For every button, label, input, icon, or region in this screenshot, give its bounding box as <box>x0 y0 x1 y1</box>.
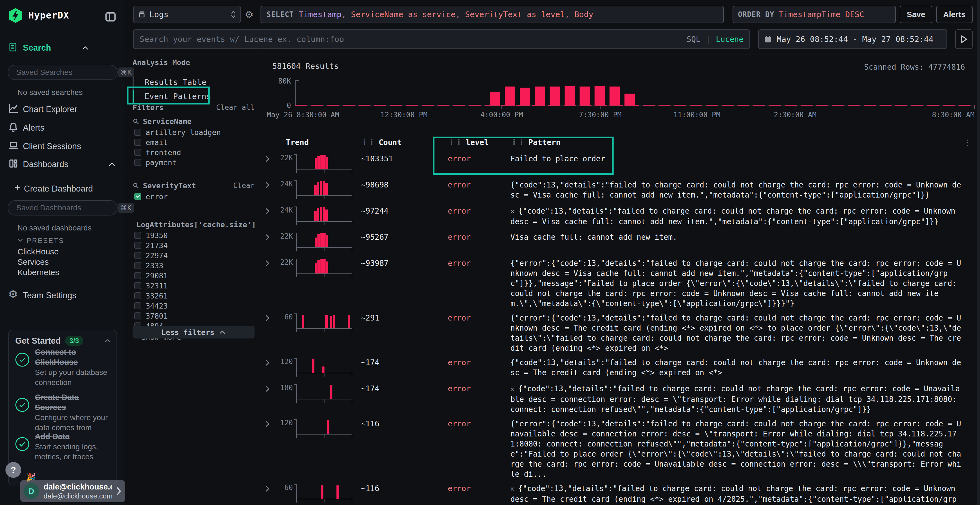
saved-dashboards-searchbar[interactable]: ⌘K <box>8 200 118 216</box>
source-select[interactable]: Logs <box>133 6 241 23</box>
filter-checkbox-row[interactable]: artillery-loadgen <box>132 128 255 137</box>
dismiss-x-icon[interactable]: × <box>511 485 514 493</box>
filter-clear-link[interactable]: Clear <box>233 181 255 190</box>
checkbox[interactable] <box>134 139 141 146</box>
checkbox[interactable] <box>134 242 141 249</box>
sidebar-item-alerts[interactable]: Alerts <box>23 123 45 133</box>
select-query-input[interactable]: SELECT Timestamp, ServiceName as service… <box>261 6 724 23</box>
dismiss-x-icon[interactable]: × <box>511 385 514 393</box>
histogram-bar[interactable] <box>535 87 545 106</box>
save-button[interactable]: Save <box>900 6 932 23</box>
checkbox[interactable] <box>134 159 141 166</box>
histogram-bar[interactable] <box>579 87 590 106</box>
pattern-row[interactable]: 24K~98698error{"code":13,"details":"fail… <box>262 180 980 202</box>
column-header-trend[interactable]: Trend <box>275 138 356 147</box>
clear-all-link[interactable]: Clear all <box>216 103 255 112</box>
drag-handle-icon[interactable]: ⋮⋮ <box>511 138 525 147</box>
filter-checkbox-row[interactable]: 33261 <box>132 291 255 300</box>
filter-checkbox-row[interactable]: frontend <box>132 148 255 157</box>
chevron-up-icon[interactable] <box>82 45 89 51</box>
checkbox[interactable] <box>134 302 141 310</box>
histogram-bar[interactable] <box>624 94 635 106</box>
drag-handle-icon[interactable]: ⋮⋮ <box>361 138 375 147</box>
source-settings-gear-icon[interactable]: ⚙ <box>245 9 253 20</box>
column-header-level[interactable]: ⋮⋮level <box>444 138 506 147</box>
checkbox[interactable] <box>134 149 141 156</box>
column-header-count[interactable]: ⋮⋮Count <box>356 138 444 147</box>
histogram-bar[interactable] <box>490 92 500 106</box>
pattern-row[interactable]: 180~174error×{"code":13,"details":"faile… <box>262 384 980 414</box>
row-expander[interactable] <box>264 384 275 392</box>
less-filters-button[interactable]: Less filters <box>132 326 255 338</box>
date-range-picker[interactable]: May 26 08:52:44 - May 27 08:52:44 <box>758 29 947 49</box>
sidebar-item-search[interactable]: Search <box>23 43 51 53</box>
filter-checkbox-row[interactable]: email <box>132 138 255 147</box>
chevron-up-icon[interactable] <box>108 162 115 167</box>
lucene-toggle[interactable]: Lucene <box>716 35 743 44</box>
filter-checkbox-row[interactable]: 21734 <box>132 241 255 250</box>
filter-checkbox-row[interactable]: 2333 <box>132 261 255 270</box>
user-account-chip[interactable]: D dale@clickhouse.com dale@clickhouse.co… <box>20 480 125 502</box>
row-expander[interactable] <box>264 232 275 241</box>
checkbox[interactable] <box>134 292 141 299</box>
dismiss-x-icon[interactable]: × <box>511 208 514 215</box>
preset-link-clickhouse[interactable]: ClickHouse <box>18 247 59 256</box>
pattern-row[interactable]: 22K~93987error{"error":{"code":13,"detai… <box>262 258 980 308</box>
filter-checkbox-row[interactable]: payment <box>132 158 255 167</box>
saved-searches-input[interactable] <box>16 68 115 77</box>
pattern-row[interactable]: 60~291error{"error":{"code":13,"details"… <box>262 313 980 353</box>
checkbox[interactable] <box>134 232 141 239</box>
filter-checkbox-row[interactable]: 32311 <box>132 281 255 290</box>
checkbox[interactable] <box>134 312 141 319</box>
checkbox[interactable] <box>134 252 141 259</box>
analysis-mode-option-results-table[interactable]: Results Table <box>132 75 252 89</box>
alerts-button[interactable]: Alerts <box>936 6 973 23</box>
histogram-bar[interactable] <box>550 87 560 106</box>
row-expander[interactable] <box>264 313 275 322</box>
preset-link-services[interactable]: Services <box>18 257 49 267</box>
checkbox[interactable] <box>134 129 141 136</box>
presets-section-label[interactable]: PRESETS <box>27 237 64 245</box>
sidebar-item-client-sessions[interactable]: Client Sessions <box>23 141 81 151</box>
row-expander[interactable] <box>264 154 275 162</box>
checkbox[interactable] <box>134 272 141 279</box>
row-expander[interactable] <box>264 483 275 492</box>
row-expander[interactable] <box>264 419 275 427</box>
event-search-input[interactable] <box>140 35 681 44</box>
run-query-button[interactable] <box>955 29 973 49</box>
filter-checkbox-row[interactable]: 29081 <box>132 271 255 280</box>
sidebar-collapse-icon[interactable] <box>105 11 116 23</box>
filter-checkbox-row[interactable]: 22974 <box>132 251 255 260</box>
pattern-row[interactable]: 22K~103351errorFailed to place order <box>262 154 980 176</box>
row-expander[interactable] <box>264 206 275 215</box>
sidebar-item-team-settings[interactable]: Team Settings <box>23 291 76 300</box>
histogram-bar[interactable] <box>520 87 530 106</box>
preset-link-kubernetes[interactable]: Kubernetes <box>18 268 59 277</box>
help-button[interactable]: ? <box>5 462 21 478</box>
sidebar-item-dashboards[interactable]: Dashboards <box>23 159 68 169</box>
checkbox[interactable] <box>134 282 141 289</box>
sidebar-item-chart-explorer[interactable]: Chart Explorer <box>23 105 77 114</box>
chevron-up-icon[interactable] <box>104 338 111 344</box>
pattern-row[interactable]: 22K~95267errorVisa cache full: cannot ad… <box>262 232 980 254</box>
saved-dashboards-input[interactable] <box>16 203 115 212</box>
filter-checkbox-row[interactable]: 19350 <box>132 231 255 240</box>
event-search-bar[interactable]: SQL | Lucene <box>133 29 750 49</box>
create-dashboard-button[interactable]: Create Dashboard <box>24 184 93 194</box>
scrollbar[interactable] <box>977 0 980 505</box>
filter-checkbox-row[interactable]: 34423 <box>132 301 255 310</box>
row-expander[interactable] <box>264 180 275 189</box>
filter-checkbox-row[interactable]: 37801 <box>132 311 255 321</box>
histogram-bar[interactable] <box>565 86 575 106</box>
row-expander[interactable] <box>264 357 275 366</box>
analysis-mode-option-event-patterns[interactable]: Event Patterns <box>132 89 252 103</box>
checkbox[interactable] <box>134 262 141 269</box>
pattern-row[interactable]: 120~116error{"error":{"code":13,"details… <box>262 419 980 479</box>
pattern-row[interactable]: 120~174error{"code":13,"details":"failed… <box>262 357 980 379</box>
histogram-bar[interactable] <box>595 86 605 106</box>
chevron-down-icon[interactable] <box>17 238 24 243</box>
pattern-row[interactable]: 60~116error×{"code":13,"details":"failed… <box>262 483 980 505</box>
filter-checkbox-row[interactable]: error <box>132 192 255 201</box>
histogram-bar[interactable] <box>609 87 620 106</box>
histogram-bar[interactable] <box>505 87 515 106</box>
